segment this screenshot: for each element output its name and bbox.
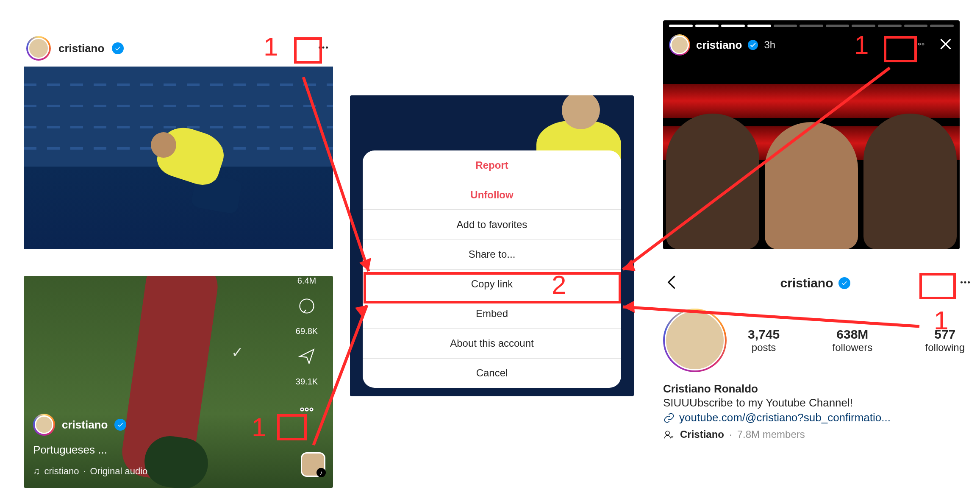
svg-point-6 [310, 408, 313, 411]
story-more-options-button[interactable] [912, 37, 927, 53]
profile-avatar[interactable] [663, 309, 727, 372]
post-more-options-button[interactable] [316, 40, 330, 56]
svg-point-7 [915, 43, 917, 45]
action-sheet-panel: Report Unfollow Add to favorites Share t… [350, 95, 634, 396]
action-sheet-share-to[interactable]: Share to... [363, 239, 621, 269]
profile-channel-name: Cristiano [680, 429, 724, 440]
share-icon[interactable] [297, 346, 317, 367]
action-sheet-about-this-account[interactable]: About this account [363, 329, 621, 359]
reel-panel: ✓ 6.4M 69.8K 39.1K cristiano Portugueses… [24, 276, 333, 488]
svg-point-1 [322, 46, 324, 48]
reel-author-avatar[interactable] [33, 414, 55, 436]
reel-more-options-button[interactable] [297, 400, 316, 420]
post-media[interactable] [24, 67, 333, 249]
post-header: cristiano [24, 30, 333, 67]
verified-badge-icon [838, 277, 850, 289]
post-author-avatar[interactable] [26, 36, 51, 61]
reel-caption[interactable]: Portugueses ... [33, 443, 278, 456]
svg-point-3 [300, 299, 314, 313]
post-panel: cristiano [24, 30, 333, 249]
action-sheet-cancel[interactable]: Cancel [363, 359, 621, 388]
profile-bio-text: SIUUUbscribe to my Youtube Channel! [663, 396, 972, 409]
svg-point-4 [301, 408, 304, 411]
svg-point-8 [918, 43, 920, 45]
story-close-button[interactable] [938, 36, 954, 54]
svg-point-10 [961, 281, 963, 283]
music-note-icon: ♪ [316, 468, 326, 477]
story-panel[interactable]: cristiano 3h [663, 20, 960, 249]
profile-bio-link[interactable]: youtube.com/@cristiano?sub_confirmatio..… [663, 411, 972, 424]
story-author-username[interactable]: cristiano [696, 39, 742, 52]
verified-badge-icon [114, 419, 126, 431]
story-author-avatar[interactable] [669, 34, 690, 56]
svg-point-5 [305, 408, 308, 411]
svg-point-9 [922, 43, 924, 45]
reel-audio-thumbnail[interactable]: ♪ [301, 452, 325, 477]
reel-comment-count: 69.8K [296, 326, 318, 336]
profile-bio: Cristiano Ronaldo SIUUUbscribe to my You… [663, 382, 972, 440]
reel-audio-track: Original audio [90, 466, 148, 477]
profile-header: cristiano [663, 266, 972, 300]
profile-stats-row: 3,745 posts 638M followers 577 following [663, 300, 972, 380]
story-timestamp: 3h [764, 39, 775, 51]
action-sheet-embed[interactable]: Embed [363, 299, 621, 329]
svg-point-13 [666, 431, 669, 435]
action-sheet-unfollow[interactable]: Unfollow [363, 180, 621, 210]
svg-point-12 [968, 281, 970, 283]
comment-icon[interactable] [297, 296, 317, 316]
profile-display-name: Cristiano Ronaldo [663, 382, 972, 395]
reel-audio-author: cristiano [44, 466, 79, 477]
svg-point-0 [319, 46, 321, 48]
back-button[interactable] [663, 273, 682, 293]
profile-posts-stat[interactable]: 3,745 posts [748, 327, 780, 353]
action-sheet-copy-link[interactable]: Copy link [363, 270, 621, 299]
profile-followers-stat[interactable]: 638M followers [832, 327, 872, 353]
action-sheet-report[interactable]: Report [363, 150, 621, 180]
verified-badge-icon [748, 40, 758, 50]
verified-badge-icon [112, 42, 124, 54]
music-note-icon: ♫ [33, 466, 40, 477]
post-author-username[interactable]: cristiano [58, 42, 104, 55]
profile-more-options-button[interactable] [949, 275, 972, 291]
svg-point-11 [964, 281, 966, 283]
action-sheet-add-to-favorites[interactable]: Add to favorites [363, 210, 621, 239]
profile-username: cristiano [780, 276, 833, 290]
profile-following-stat[interactable]: 577 following [925, 327, 965, 353]
broadcast-channel-icon [663, 429, 675, 440]
reel-audio-row[interactable]: ♫ cristiano · Original audio [33, 466, 278, 477]
action-sheet: Report Unfollow Add to favorites Share t… [363, 150, 621, 388]
svg-point-2 [326, 46, 328, 48]
reel-share-count: 39.1K [296, 377, 318, 387]
link-icon [663, 412, 675, 424]
profile-broadcast-channel[interactable]: Cristiano · 7.8M members [663, 429, 972, 440]
reel-author-username[interactable]: cristiano [62, 418, 108, 431]
reel-header: cristiano [33, 414, 278, 436]
profile-panel: cristiano 3,745 posts 638M followers 577… [663, 266, 972, 440]
profile-channel-members: 7.8M members [737, 429, 805, 440]
story-header: cristiano 3h [669, 32, 954, 58]
reel-like-count: 6.4M [297, 276, 316, 286]
